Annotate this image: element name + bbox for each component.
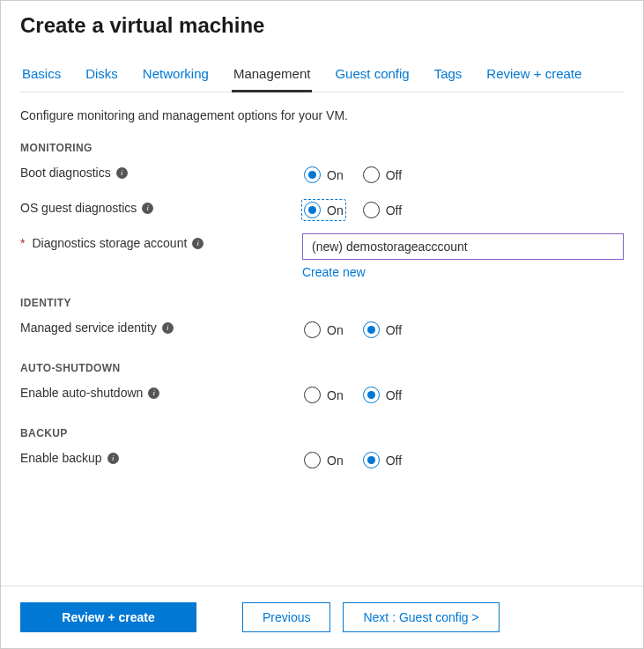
label-diagnostics-storage-account: * Diagnostics storage account i: [20, 233, 302, 250]
tab-basics[interactable]: Basics: [20, 61, 63, 92]
content: Configure monitoring and management opti…: [1, 92, 643, 586]
section-monitoring-title: MONITORING: [20, 142, 624, 154]
tab-description: Configure monitoring and management opti…: [20, 108, 624, 122]
msi-on[interactable]: On: [302, 320, 345, 340]
info-icon[interactable]: i: [148, 387, 159, 399]
storage-account-value: (new) demostorageacccount: [312, 240, 468, 254]
row-enable-backup: Enable backup i On Off: [20, 448, 624, 475]
backup-on[interactable]: On: [302, 450, 345, 470]
create-new-storage-link[interactable]: Create new: [302, 265, 366, 279]
msi-off[interactable]: Off: [361, 320, 403, 340]
radio-on-label: On: [327, 388, 344, 402]
footer: Review + create Previous Next : Guest co…: [1, 586, 643, 648]
auto-shutdown-label-text: Enable auto-shutdown: [20, 386, 143, 400]
backup-off[interactable]: Off: [361, 450, 403, 470]
os-guest-diagnostics-radio-group: On Off: [302, 198, 624, 220]
label-enable-backup: Enable backup i: [20, 448, 302, 465]
diagnostics-storage-account-select[interactable]: (new) demostorageacccount: [302, 233, 624, 260]
tab-guest-config[interactable]: Guest config: [333, 61, 411, 92]
next-button[interactable]: Next : Guest config >: [343, 602, 499, 632]
backup-label-text: Enable backup: [20, 451, 102, 465]
radio-on-label: On: [327, 454, 344, 468]
msi-label-text: Managed service identity: [20, 321, 157, 335]
radio-on-label: On: [327, 203, 344, 218]
row-os-guest-diagnostics: OS guest diagnostics i On Off: [20, 198, 624, 225]
info-icon[interactable]: i: [142, 203, 153, 214]
radio-off-label: Off: [386, 168, 402, 182]
review-create-button[interactable]: Review + create: [20, 602, 196, 632]
boot-diagnostics-label-text: Boot diagnostics: [20, 166, 111, 180]
section-backup-title: BACKUP: [20, 427, 624, 439]
tabs: Basics Disks Networking Management Guest…: [20, 61, 624, 92]
radio-off-label: Off: [386, 203, 402, 218]
info-icon[interactable]: i: [162, 322, 174, 334]
tab-disks[interactable]: Disks: [84, 61, 120, 92]
tabs-container: Basics Disks Networking Management Guest…: [1, 45, 643, 92]
section-identity-title: IDENTITY: [20, 297, 624, 309]
label-managed-service-identity: Managed service identity i: [20, 318, 302, 335]
tab-tags[interactable]: Tags: [433, 61, 464, 92]
auto-shutdown-on[interactable]: On: [302, 385, 345, 405]
boot-diagnostics-radio-group: On Off: [302, 163, 624, 185]
boot-diagnostics-on[interactable]: On: [302, 165, 345, 185]
vm-create-window: Create a virtual machine Basics Disks Ne…: [0, 0, 644, 649]
os-guest-diagnostics-on[interactable]: On: [302, 200, 345, 220]
os-guest-diagnostics-label-text: OS guest diagnostics: [20, 201, 137, 215]
info-icon[interactable]: i: [192, 238, 204, 249]
tab-networking[interactable]: Networking: [141, 61, 211, 92]
label-os-guest-diagnostics: OS guest diagnostics i: [20, 198, 302, 215]
radio-off-label: Off: [386, 323, 402, 337]
section-auto-shutdown-title: AUTO-SHUTDOWN: [20, 362, 624, 374]
label-boot-diagnostics: Boot diagnostics i: [20, 163, 302, 180]
label-enable-auto-shutdown: Enable auto-shutdown i: [20, 383, 302, 400]
tab-review-create[interactable]: Review + create: [485, 61, 583, 92]
info-icon[interactable]: i: [116, 167, 128, 179]
tab-management[interactable]: Management: [232, 61, 313, 92]
previous-button[interactable]: Previous: [242, 602, 330, 632]
header: Create a virtual machine: [1, 1, 643, 45]
storage-account-label-text: Diagnostics storage account: [32, 236, 187, 250]
radio-off-label: Off: [386, 454, 402, 468]
row-managed-service-identity: Managed service identity i On Off: [20, 318, 624, 344]
required-indicator: *: [20, 236, 25, 250]
row-diagnostics-storage-account: * Diagnostics storage account i (new) de…: [20, 233, 624, 279]
radio-on-label: On: [327, 168, 344, 182]
auto-shutdown-off[interactable]: Off: [361, 385, 403, 405]
info-icon[interactable]: i: [107, 453, 119, 464]
row-enable-auto-shutdown: Enable auto-shutdown i On Off: [20, 383, 624, 409]
page-title: Create a virtual machine: [20, 13, 624, 38]
boot-diagnostics-off[interactable]: Off: [361, 165, 403, 185]
os-guest-diagnostics-off[interactable]: Off: [361, 200, 403, 220]
radio-on-label: On: [327, 323, 344, 337]
row-boot-diagnostics: Boot diagnostics i On Off: [20, 163, 624, 189]
auto-shutdown-radio-group: On Off: [302, 383, 624, 405]
radio-off-label: Off: [386, 388, 402, 402]
msi-radio-group: On Off: [302, 318, 624, 340]
backup-radio-group: On Off: [302, 448, 624, 470]
